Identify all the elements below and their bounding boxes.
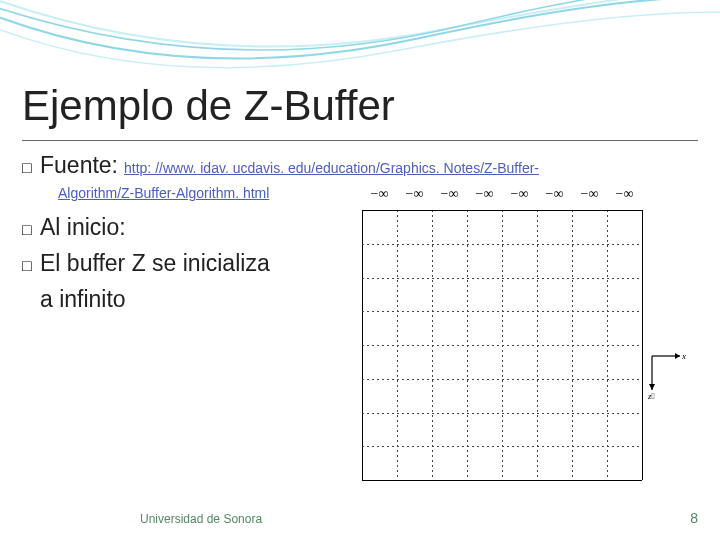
inf-cell: −∞: [537, 186, 572, 202]
text-buffer-line: El buffer Z se inicializa: [40, 247, 270, 279]
inf-cell: −∞: [432, 186, 467, 202]
text-al-inicio: Al inicio:: [40, 211, 126, 243]
fuente-label: Fuente:: [40, 152, 118, 178]
slide-title: Ejemplo de Z-Buffer: [22, 82, 395, 130]
inf-cell: −∞: [607, 186, 642, 202]
slide-number: 8: [690, 510, 698, 526]
source-link-part2[interactable]: Algorithm/Z-Buffer-Algorithm. html: [58, 185, 269, 201]
svg-marker-3: [649, 384, 655, 390]
zbuffer-diagram: −∞ −∞ −∞ −∞ −∞ −∞ −∞ −∞: [352, 180, 692, 480]
grid: [362, 210, 642, 480]
axis-x-label: x⃗: [681, 351, 686, 361]
axes-icon: x⃗ z⃗: [646, 350, 686, 400]
footer-university: Universidad de Sonora: [140, 512, 262, 526]
bullet-fuente: □ Fuente: http: //www. idav. ucdavis. ed…: [22, 152, 698, 181]
title-underline: [22, 140, 698, 141]
inf-cell: −∞: [467, 186, 502, 202]
bullet-marker-icon: □: [22, 155, 40, 181]
inf-cell: −∞: [397, 186, 432, 202]
infinity-row: −∞ −∞ −∞ −∞ −∞ −∞ −∞ −∞: [362, 186, 642, 202]
svg-marker-1: [675, 353, 680, 359]
bullet-marker-icon: □: [22, 217, 40, 243]
axis-z-label: z⃗: [647, 391, 655, 400]
inf-cell: −∞: [362, 186, 397, 202]
bullet-marker-icon: □: [22, 253, 40, 279]
inf-cell: −∞: [572, 186, 607, 202]
source-link-part1[interactable]: http: //www. idav. ucdavis. edu/educatio…: [124, 158, 539, 178]
inf-cell: −∞: [502, 186, 537, 202]
